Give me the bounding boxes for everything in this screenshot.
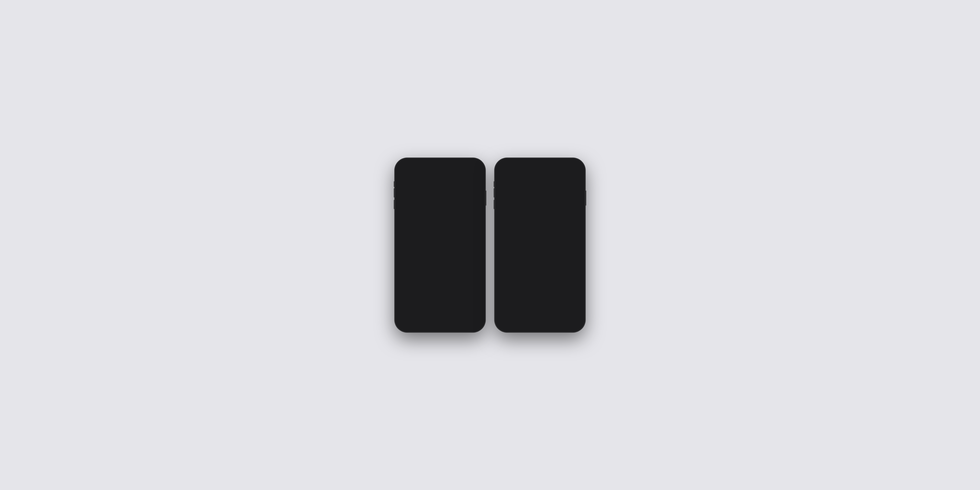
key-123-right[interactable]: 123 xyxy=(498,261,510,270)
fitness-icon-right[interactable] xyxy=(533,192,542,201)
key-v-left[interactable]: V xyxy=(437,250,444,259)
message-input-right[interactable] xyxy=(519,181,571,189)
emoji-search-input-right[interactable] xyxy=(508,207,578,212)
key-t-left[interactable]: T xyxy=(432,228,439,238)
key-d-right[interactable]: D xyxy=(519,239,526,248)
memoji2-icon-left[interactable]: 🧑 xyxy=(456,192,465,201)
key-c-right[interactable]: C xyxy=(528,250,535,259)
key-p-right[interactable]: P xyxy=(575,228,582,237)
key-r-right[interactable]: R xyxy=(523,228,531,237)
memoji2-icon-right[interactable]: 🧑 xyxy=(555,192,564,201)
memoji-icon-left[interactable]: 🧑‍🎤 xyxy=(444,192,453,201)
emoji-result-r5[interactable]: 🎄 xyxy=(542,216,552,225)
camera-button-right[interactable]: 📷 xyxy=(499,181,507,189)
message-input-left[interactable] xyxy=(419,181,471,189)
emoji-result-1[interactable]: 😊 xyxy=(399,216,409,225)
key-a-left[interactable]: A xyxy=(401,239,408,248)
key-m-right[interactable]: M xyxy=(563,250,570,259)
shift-key-left[interactable]: ⇧ xyxy=(398,250,409,259)
key-k-right[interactable]: K xyxy=(563,239,570,248)
memoji-icon-right[interactable]: 🧑‍🎤 xyxy=(544,192,553,201)
appstore-strip-right[interactable]: A xyxy=(511,192,520,201)
appstore-strip-left[interactable]: A xyxy=(411,192,420,201)
emoji-result-r4[interactable]: 🏠 xyxy=(531,216,541,225)
clear-search-left[interactable]: ✕ xyxy=(474,207,478,212)
key-l-right[interactable]: L xyxy=(572,239,579,248)
key-j-right[interactable]: J xyxy=(554,239,561,248)
key-k-left[interactable]: K xyxy=(463,239,471,248)
emoji-search-bar-right[interactable]: 🔍 xyxy=(499,205,581,213)
key-y-left[interactable]: Y xyxy=(441,228,448,238)
key-q-left[interactable]: Q xyxy=(398,228,405,238)
key-b-right[interactable]: B xyxy=(546,250,553,259)
smiley-icon-left[interactable]: 🙂 xyxy=(401,320,407,325)
key-s-right[interactable]: S xyxy=(509,239,517,248)
key-a-right[interactable]: A xyxy=(501,239,508,248)
key-space-left[interactable]: space xyxy=(412,261,462,270)
emoji-search-bar-left[interactable]: 🔍 ✕ xyxy=(399,205,481,213)
emoji-result-6[interactable]: 😎 xyxy=(453,216,463,225)
appstore-button-right[interactable]: A xyxy=(509,181,517,189)
camera-button-left[interactable]: 📷 xyxy=(399,181,407,189)
key-p-left[interactable]: P xyxy=(475,228,482,238)
key-g-right[interactable]: G xyxy=(536,239,544,248)
key-h-left[interactable]: H xyxy=(445,239,453,248)
emoji-result-7[interactable]: 😜 xyxy=(463,216,473,225)
key-x-left[interactable]: X xyxy=(419,250,426,259)
key-e-left[interactable]: E xyxy=(415,228,422,238)
fitness-icon-left[interactable] xyxy=(433,192,442,201)
mic-icon-left[interactable] xyxy=(475,320,479,325)
key-m-left[interactable]: M xyxy=(463,250,471,259)
mic-icon-right[interactable] xyxy=(574,320,579,325)
key-e-right[interactable]: E xyxy=(515,228,522,237)
key-d-left[interactable]: D xyxy=(418,239,426,248)
applepay-icon-right[interactable]: Pay xyxy=(522,192,531,201)
key-emoji-switch-left[interactable]: 🙂 ⌨ xyxy=(463,261,482,270)
key-u-left[interactable]: U xyxy=(449,228,457,238)
key-u-right[interactable]: U xyxy=(549,228,557,237)
key-r-left[interactable]: R xyxy=(423,228,431,238)
key-z-right[interactable]: Z xyxy=(510,250,518,259)
key-n-right[interactable]: N xyxy=(554,250,562,259)
key-f-right[interactable]: F xyxy=(527,239,535,248)
key-emoji-switch-right[interactable]: 🙂 ⌨ xyxy=(563,261,582,270)
search-app-icon-right[interactable]: 🔍 xyxy=(567,192,576,201)
key-n-left[interactable]: N xyxy=(454,250,461,259)
backspace-key-left[interactable]: ⌫ xyxy=(472,250,482,259)
key-t-right[interactable]: T xyxy=(532,228,539,237)
emoji-result-r7[interactable]: 🍎 xyxy=(563,216,573,225)
key-z-left[interactable]: Z xyxy=(410,250,418,259)
audio-button-left[interactable] xyxy=(473,181,481,189)
key-o-right[interactable]: O xyxy=(566,228,574,237)
smiley-icon-right[interactable]: 🙂 xyxy=(501,320,506,325)
key-b-left[interactable]: B xyxy=(445,250,453,259)
key-g-left[interactable]: G xyxy=(436,239,444,248)
emoji-result-4[interactable]: 😁 xyxy=(431,216,441,225)
key-s-left[interactable]: S xyxy=(410,239,417,248)
key-y-right[interactable]: Y xyxy=(541,228,548,237)
key-123-left[interactable]: 123 xyxy=(398,261,410,270)
key-j-left[interactable]: J xyxy=(454,239,461,248)
photos-icon-right[interactable] xyxy=(500,192,509,201)
appstore-button-left[interactable]: A xyxy=(409,181,417,189)
applepay-icon-left[interactable]: Pay xyxy=(422,192,431,201)
key-o-left[interactable]: O xyxy=(466,228,474,238)
key-w-right[interactable]: W xyxy=(506,228,514,237)
emoji-result-r6[interactable]: ✅ xyxy=(553,216,563,225)
emoji-result-r3[interactable]: 🥚 xyxy=(521,216,530,225)
key-l-left[interactable]: L xyxy=(472,239,479,248)
emoji-result-5[interactable]: 😆 xyxy=(442,216,452,225)
key-i-left[interactable]: I xyxy=(458,228,465,238)
key-h-right[interactable]: H xyxy=(545,239,552,248)
audio-button-right[interactable] xyxy=(573,181,581,189)
key-i-right[interactable]: I xyxy=(558,228,565,237)
photos-icon-left[interactable] xyxy=(400,192,409,201)
key-q-right[interactable]: Q xyxy=(498,228,505,237)
key-v-right[interactable]: V xyxy=(537,250,544,259)
key-w-left[interactable]: W xyxy=(406,228,414,238)
emoji-result-3[interactable]: 😍 xyxy=(421,216,431,225)
backspace-key-right[interactable]: ⌫ xyxy=(572,250,582,259)
key-x-right[interactable]: X xyxy=(519,250,527,259)
key-space-right[interactable]: space xyxy=(512,261,562,270)
emoji-result-2[interactable]: 😘 xyxy=(410,216,420,225)
